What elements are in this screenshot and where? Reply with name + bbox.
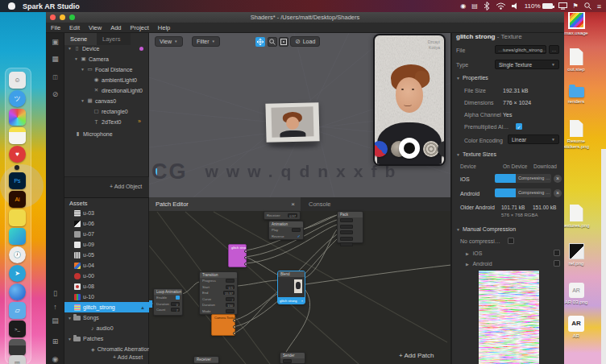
load-button[interactable]: ⊘ Load bbox=[290, 36, 320, 47]
menu-edit[interactable]: Edit bbox=[69, 24, 80, 31]
video-panel-icon[interactable]: ▦ bbox=[50, 54, 60, 64]
manual-ios-row[interactable]: ▶ iOS bbox=[466, 250, 482, 256]
asset-item-audio[interactable]: ♪ audio0 bbox=[64, 323, 149, 333]
spotlight-search-icon[interactable] bbox=[584, 2, 591, 10]
music-app-icon[interactable]: ♥ bbox=[9, 146, 26, 163]
node-footer-tag[interactable]: glitch strong× bbox=[278, 297, 305, 304]
tab-patch-editor[interactable]: Patch Editor × bbox=[149, 197, 301, 211]
simulator-phone[interactable]: Dzcayt Kotiya bbox=[373, 34, 446, 166]
move-tool-button[interactable] bbox=[255, 37, 265, 47]
premultiplied-checkbox[interactable]: ✓ bbox=[516, 123, 522, 130]
scene-tree-item-directional-light[interactable]: ✕ directionalLight0 bbox=[93, 85, 143, 95]
tab-console[interactable]: Console bbox=[301, 197, 451, 211]
wallet-app-icon[interactable] bbox=[9, 339, 26, 356]
ios-cancel-button[interactable]: × bbox=[554, 175, 562, 183]
sliders-icon[interactable]: ◫ bbox=[50, 72, 60, 82]
caret-down-icon[interactable]: ▼ bbox=[74, 56, 80, 61]
manual-ios-checkbox[interactable] bbox=[554, 250, 560, 256]
clock-app-icon[interactable]: 🕖 bbox=[9, 246, 26, 263]
effect-thumbnail-icon[interactable] bbox=[375, 141, 388, 157]
document-status-icon[interactable]: ▤ bbox=[471, 2, 478, 10]
asset-item-chromatic-aberration[interactable]: ◈ Chromatic Aberration bbox=[64, 344, 149, 354]
color-encoding-dropdown[interactable]: Linear▼ bbox=[508, 134, 559, 144]
scene-tree-item-microphone[interactable]: ▮ Microphone bbox=[74, 129, 113, 139]
asset-item[interactable]: u-08 bbox=[64, 281, 149, 292]
asset-item[interactable]: u-10 bbox=[64, 292, 149, 302]
scene-tree-item-rectangle[interactable]: ▢ rectangle0 bbox=[93, 106, 128, 116]
tab-layers[interactable]: Layers bbox=[97, 33, 131, 45]
patch-node-camera-texture[interactable]: Camera Texture bbox=[211, 314, 235, 336]
scene-tree-item-focal-distance[interactable]: ▼ ▭ Focal Distance bbox=[81, 64, 132, 74]
document-panel-icon[interactable]: ▤ bbox=[50, 316, 60, 326]
scene-view-icon[interactable]: ▣ bbox=[50, 37, 60, 48]
caret-down-icon[interactable]: ▼ bbox=[68, 337, 73, 341]
frame-tool-button[interactable] bbox=[279, 37, 288, 47]
asset-item[interactable]: u-06 bbox=[64, 218, 149, 229]
device-preview-icon[interactable]: ▯ bbox=[50, 288, 60, 299]
add-patch-button[interactable]: + Add Patch bbox=[399, 352, 434, 359]
manual-android-checkbox[interactable] bbox=[554, 260, 560, 267]
menu-add[interactable]: Add bbox=[110, 24, 121, 31]
volume-icon[interactable] bbox=[512, 2, 519, 10]
wifi-icon[interactable] bbox=[496, 2, 506, 10]
caret-down-icon[interactable]: ▼ bbox=[68, 316, 73, 321]
menu-help[interactable]: Help bbox=[158, 24, 170, 31]
caret-right-icon[interactable]: ▶ bbox=[466, 251, 469, 256]
menu-view[interactable]: View bbox=[89, 24, 102, 31]
section-texture-sizes[interactable]: ▼Texture Sizes bbox=[456, 151, 496, 157]
patch-node-sender[interactable]: Sender bbox=[280, 352, 305, 364]
stickies-app-icon[interactable] bbox=[9, 209, 26, 226]
terminal-app-icon[interactable]: >_ bbox=[9, 321, 26, 337]
illustrator-app-icon[interactable]: Ai bbox=[9, 191, 26, 208]
messages-app-icon[interactable]: ツ bbox=[9, 90, 26, 107]
simulator-screen[interactable]: Dzcayt Kotiya bbox=[375, 35, 444, 164]
scene-tree-item-canvas[interactable]: ▼ ▦ canvas0 bbox=[81, 96, 116, 105]
patch-node-pack[interactable]: Pack bbox=[337, 211, 363, 243]
zoom-tool-button[interactable] bbox=[268, 37, 277, 47]
grid-panel-icon[interactable]: ⊞ bbox=[50, 337, 60, 347]
asset-item[interactable]: u-00 bbox=[64, 271, 149, 281]
no-compression-checkbox[interactable] bbox=[508, 238, 514, 244]
asset-item[interactable]: u-03 bbox=[64, 208, 149, 218]
caret-down-icon[interactable]: ▼ bbox=[68, 46, 73, 51]
patch-node-receiver[interactable]: Receiver0.97 bbox=[264, 211, 301, 220]
browser-app-icon[interactable] bbox=[9, 283, 26, 300]
filter-dropdown[interactable]: Filter▼ bbox=[192, 36, 220, 47]
menu-file[interactable]: File bbox=[51, 24, 60, 31]
asset-item-selected-glitch-strong[interactable]: glitch_strong ▲ bbox=[64, 302, 149, 312]
battery-indicator[interactable]: 110% bbox=[525, 2, 553, 10]
section-properties[interactable]: ▼Properties bbox=[456, 75, 488, 81]
photoshop-app-icon[interactable]: Ps bbox=[9, 172, 26, 189]
display-airplay-icon[interactable] bbox=[558, 2, 567, 10]
disabled-circle-icon[interactable]: ⊘ bbox=[50, 89, 60, 100]
caret-down-icon[interactable]: ▼ bbox=[81, 98, 86, 103]
patch-editor[interactable]: Patch Editor × Console Receiver0.97 Anim… bbox=[149, 197, 451, 364]
close-icon[interactable]: × bbox=[291, 201, 295, 208]
patch-node-glitch-strong-texture[interactable]: glitch strong bbox=[228, 244, 247, 267]
record-button-icon[interactable]: ◉ bbox=[50, 354, 60, 364]
caret-right-icon[interactable]: ▶ bbox=[466, 262, 469, 267]
shutter-button[interactable] bbox=[399, 138, 420, 159]
bluetooth-icon[interactable] bbox=[484, 2, 490, 10]
asset-item[interactable]: u-07 bbox=[64, 229, 149, 239]
photos-app-icon[interactable] bbox=[9, 109, 26, 126]
patch-node-receiver-bottom[interactable]: Receiver bbox=[193, 356, 219, 364]
asset-item[interactable]: u-09 bbox=[64, 239, 149, 250]
section-manual-compression[interactable]: ▼Manual Compression bbox=[456, 226, 516, 232]
patch-node-transition[interactable]: Transition Progress Start0.5 End15.37 Cu… bbox=[199, 271, 238, 315]
telegram-app-icon[interactable]: ➤ bbox=[9, 265, 26, 282]
file-browse-button[interactable]: … bbox=[549, 45, 559, 54]
window-title-bar[interactable]: Shaders* - /Users/matt/Desktop/Shaders bbox=[46, 12, 564, 23]
notes-app-icon[interactable] bbox=[9, 127, 26, 144]
patch-node-blend-selected[interactable]: Blend glitch strong× bbox=[277, 271, 305, 304]
record-status-icon[interactable]: ◉ bbox=[460, 2, 466, 10]
effect-thumbnail-icon[interactable] bbox=[423, 141, 439, 157]
apple-menu-icon[interactable] bbox=[8, 2, 15, 10]
patch-node-animation[interactable]: Animation Play Reverse✓ bbox=[268, 221, 304, 240]
android-cancel-button[interactable]: × bbox=[554, 189, 562, 197]
scene-tree-item-device[interactable]: ▼ ▯ Device bbox=[68, 43, 99, 53]
patch-node-loop-animation[interactable]: Loop Animation Enable Duration0 Count7 bbox=[153, 288, 183, 316]
scene-tree-item-camera[interactable]: ▼ ▣ Camera bbox=[74, 54, 109, 64]
manual-android-row[interactable]: ▶ Android bbox=[466, 261, 492, 267]
trash-icon[interactable]: ▥ bbox=[9, 355, 26, 364]
